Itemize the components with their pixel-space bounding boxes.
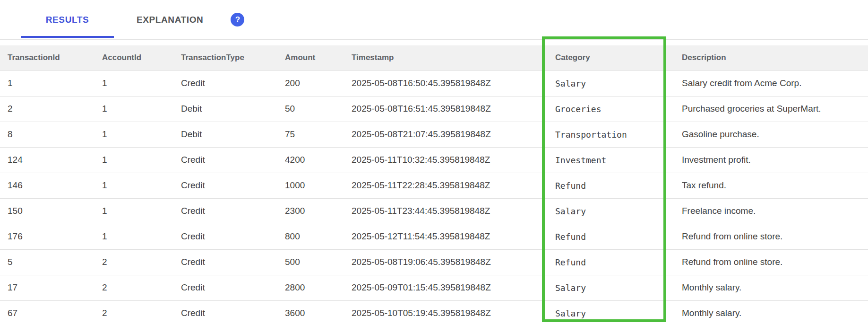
table-row: 1461Credit10002025-05-11T22:28:45.395819… bbox=[0, 173, 868, 198]
cell-category: Groceries bbox=[548, 96, 674, 122]
cell-transaction-id: 17 bbox=[0, 275, 95, 300]
header-category: Category bbox=[548, 45, 674, 70]
cell-category: Salary bbox=[548, 70, 674, 96]
header-description: Description bbox=[674, 45, 868, 70]
cell-category: Refund bbox=[548, 173, 674, 198]
cell-account-id: 2 bbox=[95, 300, 173, 325]
tab-explanation-label: EXPLANATION bbox=[137, 15, 203, 25]
cell-amount: 800 bbox=[277, 224, 344, 249]
cell-account-id: 1 bbox=[95, 173, 173, 198]
table-row: 52Credit5002025-05-08T19:06:45.395819848… bbox=[0, 249, 868, 275]
cell-description: Monthly salary. bbox=[674, 300, 868, 325]
cell-transaction-type: Credit bbox=[173, 147, 277, 173]
cell-amount: 1000 bbox=[277, 173, 344, 198]
cell-transaction-type: Credit bbox=[173, 249, 277, 275]
cell-transaction-id: 2 bbox=[0, 96, 95, 122]
table-body: 11Credit2002025-05-08T16:50:45.395819848… bbox=[0, 70, 868, 325]
help-icon[interactable]: ? bbox=[231, 13, 244, 26]
cell-timestamp: 2025-05-10T05:19:45.395819848Z bbox=[344, 300, 548, 325]
cell-transaction-id: 124 bbox=[0, 147, 95, 173]
cell-description: Tax refund. bbox=[674, 173, 868, 198]
cell-account-id: 1 bbox=[95, 96, 173, 122]
cell-transaction-id: 5 bbox=[0, 249, 95, 275]
cell-timestamp: 2025-05-08T19:06:45.395819848Z bbox=[344, 249, 548, 275]
cell-account-id: 1 bbox=[95, 147, 173, 173]
cell-category: Transportation bbox=[548, 122, 674, 147]
results-panel: RESULTS EXPLANATION ? TransactionId Acco… bbox=[0, 0, 868, 325]
cell-amount: 3600 bbox=[277, 300, 344, 325]
cell-category: Refund bbox=[548, 224, 674, 249]
cell-timestamp: 2025-05-08T16:51:45.395819848Z bbox=[344, 96, 548, 122]
header-transaction-id: TransactionId bbox=[0, 45, 95, 70]
table-row: 672Credit36002025-05-10T05:19:45.3958198… bbox=[0, 300, 868, 325]
cell-transaction-type: Debit bbox=[173, 122, 277, 147]
table-row: 21Debit502025-05-08T16:51:45.395819848ZG… bbox=[0, 96, 868, 122]
cell-description: Freelance income. bbox=[674, 198, 868, 224]
cell-amount: 200 bbox=[277, 70, 344, 96]
cell-category: Salary bbox=[548, 198, 674, 224]
cell-transaction-type: Credit bbox=[173, 173, 277, 198]
cell-transaction-id: 176 bbox=[0, 224, 95, 249]
cell-amount: 2800 bbox=[277, 275, 344, 300]
cell-category: Salary bbox=[548, 300, 674, 325]
cell-transaction-type: Credit bbox=[173, 224, 277, 249]
tab-results[interactable]: RESULTS bbox=[21, 0, 114, 39]
cell-description: Refund from online store. bbox=[674, 249, 868, 275]
cell-transaction-type: Credit bbox=[173, 70, 277, 96]
table-row: 172Credit28002025-05-09T01:15:45.3958198… bbox=[0, 275, 868, 300]
cell-description: Refund from online store. bbox=[674, 224, 868, 249]
cell-transaction-id: 146 bbox=[0, 173, 95, 198]
cell-description: Gasoline purchase. bbox=[674, 122, 868, 147]
cell-description: Monthly salary. bbox=[674, 275, 868, 300]
cell-timestamp: 2025-05-08T16:50:45.395819848Z bbox=[344, 70, 548, 96]
table-row: 1761Credit8002025-05-12T11:54:45.3958198… bbox=[0, 224, 868, 249]
cell-transaction-type: Credit bbox=[173, 275, 277, 300]
header-amount: Amount bbox=[277, 45, 344, 70]
cell-timestamp: 2025-05-08T21:07:45.395819848Z bbox=[344, 122, 548, 147]
cell-transaction-type: Debit bbox=[173, 96, 277, 122]
cell-amount: 2300 bbox=[277, 198, 344, 224]
table-row: 1501Credit23002025-05-11T23:44:45.395819… bbox=[0, 198, 868, 224]
cell-description: Salary credit from Acme Corp. bbox=[674, 70, 868, 96]
cell-category: Salary bbox=[548, 275, 674, 300]
cell-transaction-type: Credit bbox=[173, 198, 277, 224]
table-row: 1241Credit42002025-05-11T10:32:45.395819… bbox=[0, 147, 868, 173]
header-account-id: AccountId bbox=[95, 45, 173, 70]
cell-account-id: 1 bbox=[95, 198, 173, 224]
active-tab-indicator bbox=[21, 36, 114, 38]
cell-timestamp: 2025-05-12T11:54:45.395819848Z bbox=[344, 224, 548, 249]
results-grid: TransactionId AccountId TransactionType … bbox=[0, 45, 868, 325]
cell-description: Purchased groceries at SuperMart. bbox=[674, 96, 868, 122]
header-transaction-type: TransactionType bbox=[173, 45, 277, 70]
cell-category: Refund bbox=[548, 249, 674, 275]
cell-timestamp: 2025-05-11T22:28:45.395819848Z bbox=[344, 173, 548, 198]
cell-amount: 500 bbox=[277, 249, 344, 275]
cell-transaction-type: Credit bbox=[173, 300, 277, 325]
cell-amount: 75 bbox=[277, 122, 344, 147]
table-row: 11Credit2002025-05-08T16:50:45.395819848… bbox=[0, 70, 868, 96]
cell-account-id: 1 bbox=[95, 70, 173, 96]
cell-account-id: 2 bbox=[95, 249, 173, 275]
cell-transaction-id: 1 bbox=[0, 70, 95, 96]
table-header-row: TransactionId AccountId TransactionType … bbox=[0, 45, 868, 70]
cell-amount: 50 bbox=[277, 96, 344, 122]
cell-timestamp: 2025-05-11T10:32:45.395819848Z bbox=[344, 147, 548, 173]
table-row: 81Debit752025-05-08T21:07:45.395819848ZT… bbox=[0, 122, 868, 147]
results-table: TransactionId AccountId TransactionType … bbox=[0, 45, 868, 325]
cell-timestamp: 2025-05-09T01:15:45.395819848Z bbox=[344, 275, 548, 300]
header-timestamp: Timestamp bbox=[344, 45, 548, 70]
help-icon-glyph: ? bbox=[235, 15, 240, 25]
tab-bar: RESULTS EXPLANATION ? bbox=[0, 0, 868, 40]
tab-explanation[interactable]: EXPLANATION bbox=[114, 0, 215, 39]
cell-timestamp: 2025-05-11T23:44:45.395819848Z bbox=[344, 198, 548, 224]
cell-category: Investment bbox=[548, 147, 674, 173]
cell-description: Investment profit. bbox=[674, 147, 868, 173]
cell-account-id: 1 bbox=[95, 122, 173, 147]
cell-transaction-id: 8 bbox=[0, 122, 95, 147]
cell-account-id: 1 bbox=[95, 224, 173, 249]
tab-results-label: RESULTS bbox=[46, 15, 89, 25]
cell-transaction-id: 150 bbox=[0, 198, 95, 224]
cell-transaction-id: 67 bbox=[0, 300, 95, 325]
cell-amount: 4200 bbox=[277, 147, 344, 173]
cell-account-id: 2 bbox=[95, 275, 173, 300]
